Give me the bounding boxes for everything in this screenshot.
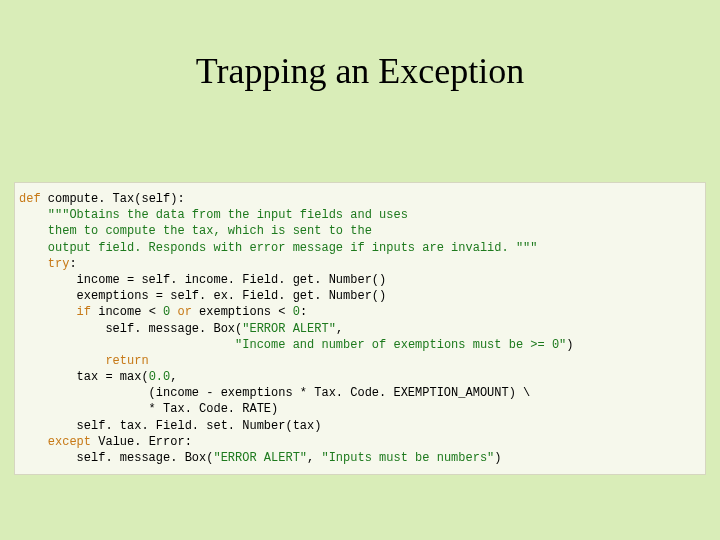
code-text xyxy=(19,305,77,319)
code-text: income < xyxy=(91,305,163,319)
code-text xyxy=(19,354,105,368)
code-text xyxy=(19,435,48,449)
code-text: income = self. income. Field. get. Numbe… xyxy=(19,273,386,287)
code-text: : xyxy=(69,257,76,271)
docstring: output field. Responds with error messag… xyxy=(19,241,537,255)
docstring: """Obtains the data from the input field… xyxy=(48,208,408,222)
string: "ERROR ALERT" xyxy=(213,451,307,465)
string: "Inputs must be numbers" xyxy=(321,451,494,465)
code-text: self. message. Box( xyxy=(19,451,213,465)
kw-if: if xyxy=(77,305,91,319)
kw-or: or xyxy=(177,305,191,319)
code-text xyxy=(19,338,235,352)
code-text: exemptions = self. ex. Field. get. Numbe… xyxy=(19,289,386,303)
code-text: , xyxy=(336,322,343,336)
slide-title: Trapping an Exception xyxy=(0,0,720,122)
code-text: * Tax. Code. RATE) xyxy=(19,402,278,416)
docstring: them to compute the tax, which is sent t… xyxy=(19,224,372,238)
slide: Trapping an Exception def compute. Tax(s… xyxy=(0,0,720,540)
code-text: tax = max( xyxy=(19,370,149,384)
code-text: ) xyxy=(566,338,573,352)
code-text: : xyxy=(300,305,307,319)
string: "Income and number of exemptions must be… xyxy=(235,338,566,352)
kw-except: except xyxy=(48,435,91,449)
code-text xyxy=(19,208,48,222)
code-text: self. message. Box( xyxy=(19,322,242,336)
kw-try: try xyxy=(48,257,70,271)
code-text: compute. Tax(self): xyxy=(41,192,185,206)
kw-def: def xyxy=(19,192,41,206)
code-text: , xyxy=(170,370,177,384)
code-text: ) xyxy=(494,451,501,465)
code-text: Value. Error: xyxy=(91,435,192,449)
code-text: (income - exemptions * Tax. Code. EXEMPT… xyxy=(19,386,530,400)
code-text: self. tax. Field. set. Number(tax) xyxy=(19,419,321,433)
code-block: def compute. Tax(self): """Obtains the d… xyxy=(14,182,706,475)
num: 0.0 xyxy=(149,370,171,384)
string: "ERROR ALERT" xyxy=(242,322,336,336)
num: 0 xyxy=(293,305,300,319)
code-text: , xyxy=(307,451,321,465)
code-text xyxy=(19,257,48,271)
code-text: exemptions < xyxy=(192,305,293,319)
kw-return: return xyxy=(105,354,148,368)
